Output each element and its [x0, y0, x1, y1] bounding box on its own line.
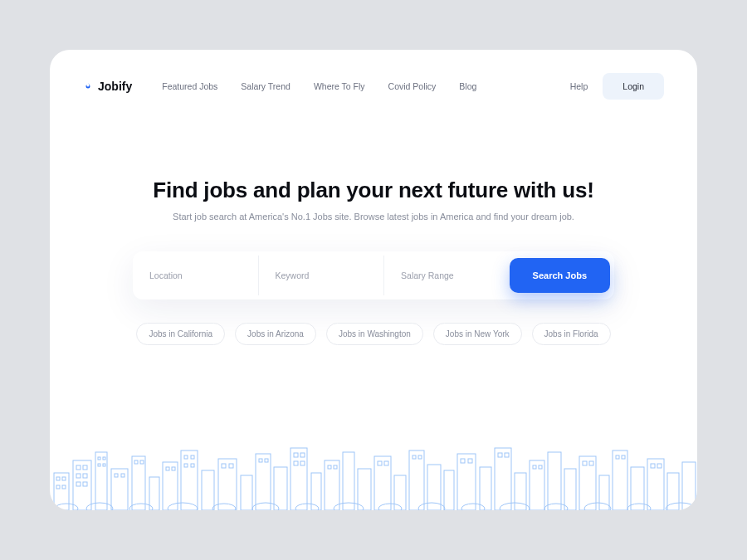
svg-rect-72 — [548, 452, 561, 510]
svg-rect-27 — [181, 450, 198, 510]
svg-rect-3 — [56, 485, 60, 489]
svg-rect-68 — [515, 473, 526, 510]
svg-rect-39 — [265, 459, 268, 462]
svg-rect-64 — [480, 467, 491, 510]
svg-rect-76 — [589, 461, 593, 465]
page-container: Jobify Featured Jobs Salary Trend Where … — [50, 50, 697, 510]
svg-point-98 — [500, 503, 530, 510]
svg-rect-19 — [121, 474, 124, 477]
svg-rect-12 — [95, 452, 107, 510]
nav-featured-jobs[interactable]: Featured Jobs — [162, 81, 217, 91]
nav-salary-trend[interactable]: Salary Trend — [241, 81, 290, 91]
svg-rect-85 — [667, 473, 679, 510]
search-button[interactable]: Search Jobs — [510, 258, 610, 293]
flame-icon — [83, 81, 93, 91]
svg-rect-30 — [184, 464, 188, 467]
svg-point-97 — [461, 504, 485, 510]
svg-rect-23 — [149, 477, 159, 510]
login-button[interactable]: Login — [603, 73, 664, 100]
svg-rect-21 — [134, 460, 138, 464]
svg-rect-20 — [132, 456, 145, 510]
logo[interactable]: Jobify — [83, 80, 132, 93]
search-bar: Search Jobs — [133, 251, 614, 299]
svg-rect-45 — [300, 461, 305, 465]
nav-blog[interactable]: Blog — [459, 81, 476, 91]
svg-rect-80 — [622, 455, 625, 459]
svg-rect-48 — [328, 465, 331, 469]
svg-rect-2 — [62, 477, 66, 480]
svg-rect-63 — [468, 459, 472, 463]
svg-rect-84 — [657, 464, 662, 468]
svg-rect-79 — [616, 455, 619, 459]
svg-rect-10 — [76, 482, 81, 486]
svg-rect-15 — [98, 464, 100, 466]
svg-point-92 — [252, 503, 279, 510]
svg-rect-43 — [300, 453, 305, 457]
svg-rect-71 — [539, 465, 542, 469]
svg-rect-35 — [229, 464, 233, 468]
svg-point-101 — [627, 504, 651, 510]
svg-rect-7 — [83, 465, 87, 470]
svg-rect-86 — [682, 462, 696, 510]
svg-rect-32 — [202, 470, 214, 510]
help-link[interactable]: Help — [570, 81, 588, 91]
svg-rect-73 — [564, 469, 576, 510]
svg-rect-55 — [394, 475, 406, 510]
chip-arizona[interactable]: Jobs in Arizona — [235, 323, 316, 345]
svg-rect-8 — [76, 474, 81, 478]
location-field — [133, 256, 259, 295]
svg-rect-17 — [111, 469, 128, 510]
hero: Find jobs and plan your next future with… — [50, 178, 697, 345]
svg-point-100 — [584, 503, 611, 510]
svg-rect-4 — [62, 485, 66, 489]
chip-florida[interactable]: Jobs in Florida — [532, 323, 611, 345]
svg-point-89 — [129, 504, 153, 510]
chip-washington[interactable]: Jobs in Washington — [326, 323, 423, 345]
svg-rect-78 — [613, 450, 627, 510]
keyword-input[interactable] — [276, 270, 368, 280]
svg-point-90 — [168, 503, 198, 510]
svg-rect-42 — [294, 453, 298, 457]
svg-rect-54 — [384, 461, 388, 465]
svg-rect-69 — [530, 460, 544, 510]
salary-field — [384, 256, 510, 295]
svg-rect-77 — [599, 475, 609, 510]
svg-rect-60 — [444, 470, 454, 510]
nav-covid-policy[interactable]: Covid Policy — [388, 81, 437, 91]
svg-rect-33 — [218, 459, 237, 510]
skyline-illustration — [50, 427, 697, 510]
svg-rect-40 — [274, 467, 287, 510]
location-input[interactable] — [149, 270, 242, 280]
svg-rect-52 — [374, 456, 391, 510]
nav-where-to-fly[interactable]: Where To Fly — [314, 81, 365, 91]
salary-input[interactable] — [401, 270, 493, 280]
header-right: Help Login — [570, 73, 664, 100]
svg-rect-14 — [103, 457, 105, 460]
svg-rect-0 — [54, 473, 69, 510]
svg-rect-62 — [461, 459, 465, 463]
svg-rect-70 — [533, 465, 536, 469]
svg-point-88 — [86, 503, 113, 510]
svg-point-99 — [544, 504, 568, 510]
svg-rect-83 — [651, 464, 655, 468]
quick-search-chips: Jobs in California Jobs in Arizona Jobs … — [83, 323, 664, 345]
svg-rect-75 — [583, 461, 587, 465]
svg-rect-31 — [191, 464, 194, 467]
svg-rect-46 — [311, 473, 321, 510]
svg-point-96 — [418, 503, 445, 510]
svg-rect-9 — [83, 474, 87, 478]
svg-rect-58 — [418, 455, 422, 459]
svg-rect-53 — [378, 461, 382, 465]
keyword-field — [259, 256, 385, 295]
svg-rect-59 — [427, 465, 441, 510]
header: Jobify Featured Jobs Salary Trend Where … — [50, 50, 697, 100]
svg-rect-49 — [334, 465, 337, 469]
chip-california[interactable]: Jobs in California — [136, 323, 225, 345]
svg-rect-44 — [294, 461, 298, 465]
svg-rect-36 — [241, 475, 252, 510]
svg-rect-1 — [56, 477, 60, 480]
hero-subtitle: Start job search at America's No.1 Jobs … — [83, 212, 664, 222]
svg-rect-6 — [76, 465, 81, 470]
chip-new-york[interactable]: Jobs in New York — [433, 323, 522, 345]
svg-rect-61 — [457, 454, 476, 510]
